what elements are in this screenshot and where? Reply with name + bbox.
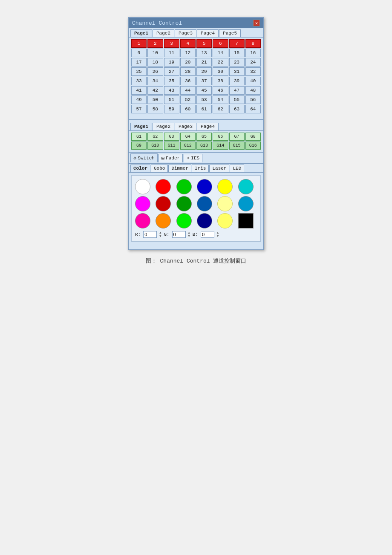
channel-btn-42[interactable]: 42	[147, 86, 163, 95]
sub-tab-iris[interactable]: Iris	[192, 165, 209, 172]
channel-btn-9[interactable]: 9	[131, 49, 147, 57]
sub-tab-color[interactable]: Color	[130, 165, 150, 172]
group-btn-g16[interactable]: G16	[245, 142, 261, 150]
channel-btn-53[interactable]: 53	[196, 95, 212, 104]
channel-btn-62[interactable]: 62	[213, 105, 228, 113]
channel-btn-6[interactable]: 6	[213, 39, 228, 48]
channel-btn-31[interactable]: 31	[229, 67, 245, 76]
g-input[interactable]	[172, 231, 186, 238]
channel-btn-25[interactable]: 25	[131, 67, 147, 76]
channel-btn-11[interactable]: 11	[164, 49, 179, 57]
group-btn-g8[interactable]: G8	[245, 133, 261, 141]
group-tab-page2[interactable]: Page2	[153, 123, 174, 130]
sub-tab-laser[interactable]: Laser	[209, 165, 229, 172]
channel-btn-30[interactable]: 30	[213, 67, 228, 76]
tab-page1[interactable]: Page1	[130, 29, 152, 37]
channel-btn-24[interactable]: 24	[245, 58, 261, 66]
channel-btn-57[interactable]: 57	[131, 105, 147, 113]
group-tab-page4[interactable]: Page4	[197, 123, 219, 130]
channel-btn-13[interactable]: 13	[196, 49, 212, 57]
channel-btn-3[interactable]: 3	[164, 39, 179, 48]
color-green[interactable]	[176, 179, 192, 194]
channel-btn-45[interactable]: 45	[196, 86, 212, 95]
channel-btn-54[interactable]: 54	[213, 95, 228, 104]
group-btn-g10[interactable]: G10	[147, 142, 163, 150]
color-orange[interactable]	[156, 213, 171, 228]
channel-btn-1[interactable]: 1	[131, 39, 147, 48]
channel-btn-32[interactable]: 32	[245, 67, 261, 76]
channel-btn-8[interactable]: 8	[245, 39, 261, 48]
color-medium-cyan[interactable]	[238, 196, 254, 211]
tab-page4[interactable]: Page4	[197, 29, 219, 37]
channel-btn-27[interactable]: 27	[164, 67, 179, 76]
color-medium-blue[interactable]	[197, 196, 212, 211]
tab-page2[interactable]: Page2	[153, 29, 174, 37]
sub-tab-gobo[interactable]: Gobo	[151, 165, 168, 172]
color-navy[interactable]	[197, 213, 212, 228]
color-cyan[interactable]	[238, 179, 254, 194]
channel-btn-58[interactable]: 58	[147, 105, 163, 113]
tab-page5[interactable]: Page5	[219, 29, 241, 37]
channel-btn-15[interactable]: 15	[229, 49, 245, 57]
mode-tab-switch[interactable]: ◇ Switch	[130, 153, 158, 162]
mode-tab-ies[interactable]: ☀ IES	[184, 154, 202, 162]
channel-btn-29[interactable]: 29	[196, 67, 212, 76]
channel-btn-33[interactable]: 33	[131, 77, 147, 85]
group-btn-g14[interactable]: G14	[213, 142, 228, 150]
channel-btn-21[interactable]: 21	[196, 58, 212, 66]
channel-btn-49[interactable]: 49	[131, 95, 147, 104]
channel-btn-60[interactable]: 60	[180, 105, 196, 113]
sub-tab-led[interactable]: LED	[230, 165, 244, 172]
tab-page3[interactable]: Page3	[175, 29, 196, 37]
group-btn-g1[interactable]: G1	[131, 133, 147, 141]
channel-btn-7[interactable]: 7	[229, 39, 245, 48]
channel-btn-22[interactable]: 22	[213, 58, 228, 66]
group-btn-g11[interactable]: G11	[164, 142, 179, 150]
channel-btn-61[interactable]: 61	[196, 105, 212, 113]
channel-btn-64[interactable]: 64	[245, 105, 261, 113]
channel-btn-51[interactable]: 51	[164, 95, 179, 104]
color-white[interactable]	[135, 179, 150, 194]
channel-btn-38[interactable]: 38	[213, 77, 228, 85]
group-btn-g13[interactable]: G13	[196, 142, 212, 150]
color-dark-red[interactable]	[156, 196, 171, 211]
color-black[interactable]	[238, 213, 254, 228]
group-btn-g7[interactable]: G7	[229, 133, 245, 141]
channel-btn-52[interactable]: 52	[180, 95, 196, 104]
color-blue[interactable]	[197, 179, 212, 194]
channel-btn-4[interactable]: 4	[180, 39, 196, 48]
group-btn-g6[interactable]: G6	[213, 133, 228, 141]
channel-btn-59[interactable]: 59	[164, 105, 179, 113]
group-btn-g9[interactable]: G9	[131, 142, 147, 150]
group-btn-g2[interactable]: G2	[147, 133, 163, 141]
channel-btn-56[interactable]: 56	[245, 95, 261, 104]
mode-tab-fader[interactable]: ⊞ Fader	[159, 154, 183, 162]
group-tab-page3[interactable]: Page3	[175, 123, 196, 130]
channel-btn-37[interactable]: 37	[196, 77, 212, 85]
channel-btn-50[interactable]: 50	[147, 95, 163, 104]
channel-btn-5[interactable]: 5	[196, 39, 212, 48]
group-btn-g12[interactable]: G12	[180, 142, 196, 150]
color-bright-green[interactable]	[176, 213, 192, 228]
channel-btn-2[interactable]: 2	[147, 39, 163, 48]
channel-btn-48[interactable]: 48	[245, 86, 261, 95]
channel-btn-18[interactable]: 18	[147, 58, 163, 66]
channel-btn-35[interactable]: 35	[164, 77, 179, 85]
color-hot-pink[interactable]	[135, 213, 150, 228]
color-pale-yellow[interactable]	[217, 213, 233, 228]
channel-btn-26[interactable]: 26	[147, 67, 163, 76]
color-dark-green[interactable]	[176, 196, 192, 211]
channel-btn-17[interactable]: 17	[131, 58, 147, 66]
channel-btn-43[interactable]: 43	[164, 86, 179, 95]
color-light-yellow[interactable]	[217, 196, 233, 211]
channel-btn-36[interactable]: 36	[180, 77, 196, 85]
channel-btn-12[interactable]: 12	[180, 49, 196, 57]
group-btn-g4[interactable]: G4	[180, 133, 196, 141]
channel-btn-44[interactable]: 44	[180, 86, 196, 95]
channel-btn-47[interactable]: 47	[229, 86, 245, 95]
r-spin[interactable]: ▲ ▼	[159, 231, 161, 238]
b-spin[interactable]: ▲ ▼	[217, 231, 219, 238]
color-red[interactable]	[156, 179, 171, 194]
channel-btn-16[interactable]: 16	[245, 49, 261, 57]
channel-btn-55[interactable]: 55	[229, 95, 245, 104]
